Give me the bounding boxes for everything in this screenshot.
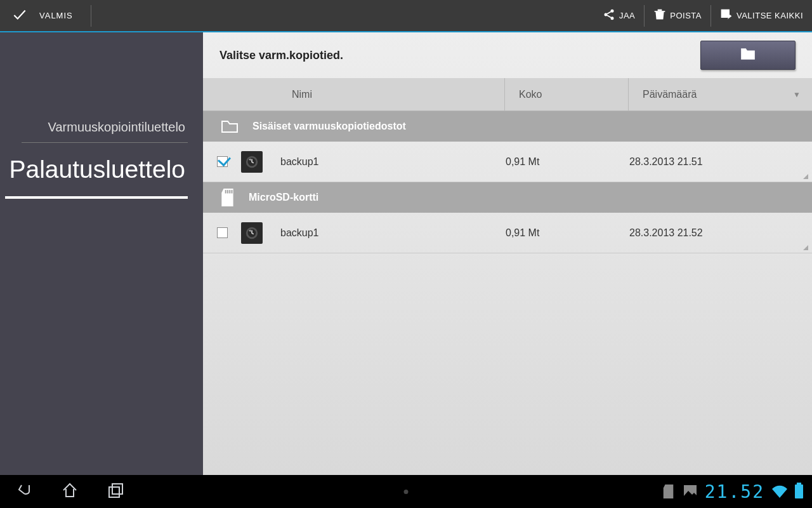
svg-rect-16 [109,487,119,497]
share-icon [603,8,615,23]
checkbox[interactable] [203,227,241,238]
home-button[interactable] [61,481,79,502]
trash-icon [653,8,666,23]
sd-notification-icon [662,485,676,498]
delete-label: POISTA [670,11,702,20]
svg-rect-11 [229,190,230,193]
checkbox[interactable] [203,156,241,167]
sidebar-item-restore-list[interactable]: Palautusluettelo [5,154,188,199]
file-size: 0,91 Mt [506,227,629,239]
backup-file-icon [241,151,263,173]
select-all-label: VALITSE KAIKKI [737,11,803,20]
page-title: Valitse varm.kopiotied. [219,49,343,62]
select-all-button[interactable]: VALITSE KAIKKI [711,5,812,27]
delete-button[interactable]: POISTA [645,5,710,27]
checkbox-checked-icon [217,156,228,167]
svg-rect-12 [231,190,232,193]
check-icon [11,6,28,25]
body: Varmuuskopiointiluettelo Palautusluettel… [0,32,812,475]
action-buttons: JAA POISTA VALITSE KAIKKI [594,0,812,31]
screenshot-notification-icon [683,485,697,498]
svg-rect-3 [658,10,662,11]
section-label: MicroSD-kortti [249,192,318,203]
share-button[interactable]: JAA [594,5,644,27]
sidebar: Varmuuskopiointiluettelo Palautusluettel… [0,32,203,475]
back-button[interactable] [15,481,33,502]
svg-rect-4 [655,11,665,12]
column-name[interactable]: Nimi [203,89,504,100]
section-internal-backups: Sisäiset varmuuskopiotiedostot [203,111,812,142]
backup-file-icon [241,222,263,244]
file-row[interactable]: backup1 0,91 Mt 28.3.2013 21.52 [203,213,812,253]
clock: 21.52 [705,481,764,502]
file-name: backup1 [280,227,506,239]
column-date[interactable]: Päivämäärä ▼ [628,78,812,110]
file-size: 0,91 Mt [506,156,629,168]
folder-icon [740,47,756,64]
checkbox-unchecked-icon [217,227,228,238]
row-handle-icon [803,245,808,250]
file-date: 28.3.2013 21.52 [629,227,812,239]
row-handle-icon [803,174,808,179]
share-label: JAA [619,11,635,20]
svg-rect-17 [112,484,122,494]
svg-rect-9 [225,190,226,193]
svg-point-2 [610,17,613,20]
sort-descending-icon: ▼ [793,90,801,99]
svg-point-0 [610,10,613,13]
section-label: Sisäiset varmuuskopiotiedostot [252,121,406,132]
action-bar: VALMIS JAA POISTA VALITSE KAIKKI [0,0,812,32]
select-all-icon [720,8,733,23]
browse-folder-button[interactable] [700,41,796,70]
svg-rect-10 [227,190,228,193]
main-panel: Valitse varm.kopiotied. Nimi Koko Päiväm… [203,32,812,475]
svg-rect-5 [721,10,729,18]
file-row[interactable]: backup1 0,91 Mt 28.3.2013 21.51 [203,142,812,182]
column-size[interactable]: Koko [504,78,628,110]
file-name: backup1 [280,156,506,168]
status-area[interactable]: 21.52 [662,481,812,502]
wifi-icon [772,485,787,498]
folder-outline-icon [221,119,239,134]
sd-card-icon [221,189,235,206]
main-header: Valitse varm.kopiotied. [203,32,812,78]
sidebar-item-backup-list[interactable]: Varmuuskopiointiluettelo [22,115,188,143]
nav-buttons [0,481,124,502]
column-headers: Nimi Koko Päivämäärä ▼ [203,78,812,111]
recent-apps-button[interactable] [107,481,124,502]
system-navbar: 21.52 [0,475,812,508]
done-button[interactable]: VALMIS [0,0,91,31]
divider [91,5,91,27]
done-label: VALMIS [39,11,73,20]
nav-center [404,490,409,494]
dot-icon [404,490,409,494]
svg-point-1 [604,13,607,17]
column-date-label: Päivämäärä [643,89,697,100]
file-date: 28.3.2013 21.51 [629,156,812,168]
battery-icon [795,485,803,498]
section-microsd: MicroSD-kortti [203,182,812,213]
